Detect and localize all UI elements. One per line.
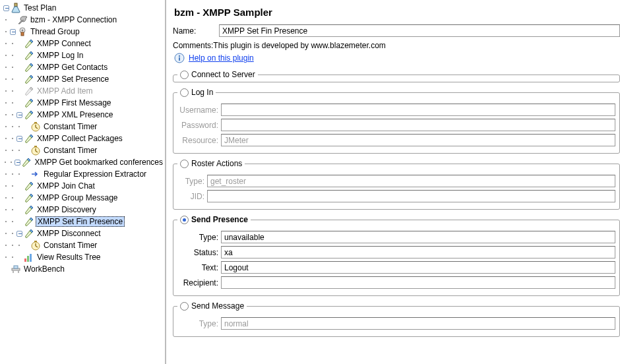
tree-panel: Test Plan bzm - XMPP Connection Thread G… bbox=[0, 0, 166, 364]
expand-toggle[interactable] bbox=[3, 2, 9, 14]
tree-label: Test Plan bbox=[22, 3, 58, 13]
legend-text: Roster Actions bbox=[191, 159, 242, 168]
tree-label: XMPP Connect bbox=[36, 38, 93, 49]
tree-node-test-plan[interactable]: Test Plan bbox=[3, 2, 165, 14]
tree-node-set-presence[interactable]: XMPP Set Presence bbox=[3, 73, 165, 85]
tree-node-add-item[interactable]: XMPP Add Item bbox=[3, 85, 165, 97]
message-type-label: Type: bbox=[177, 319, 221, 328]
dropper-icon bbox=[24, 38, 34, 49]
tree-node-view-results[interactable]: View Results Tree bbox=[3, 251, 165, 263]
tree-label: XMPP Get bookmarked conferences bbox=[33, 157, 165, 167]
arrow-icon bbox=[30, 169, 41, 179]
presence-text-label: Text: bbox=[177, 263, 221, 272]
tree-node-workbench[interactable]: WorkBench bbox=[3, 263, 165, 275]
roster-jid-label: JID: bbox=[177, 192, 207, 201]
name-input[interactable] bbox=[219, 24, 620, 37]
presence-recipient-label: Recipient: bbox=[177, 278, 221, 288]
tree-node-get-contacts[interactable]: XMPP Get Contacts bbox=[3, 61, 165, 73]
tree-label: XMPP First Message bbox=[36, 98, 113, 108]
workbench-icon bbox=[11, 264, 21, 274]
group-connect: Connect to Server bbox=[173, 70, 620, 82]
radio-presence[interactable]: Send Presence bbox=[180, 215, 248, 224]
tree-label: XMPP Log In bbox=[36, 50, 86, 61]
tree-label: View Results Tree bbox=[36, 252, 103, 262]
presence-type-label: Type: bbox=[177, 233, 221, 242]
expand-toggle[interactable] bbox=[16, 228, 22, 239]
expand-toggle[interactable] bbox=[16, 109, 22, 121]
tree-label: Constant Timer bbox=[42, 121, 99, 132]
roster-type-input[interactable] bbox=[207, 175, 615, 187]
tree-label: XMPP Join Chat bbox=[36, 181, 97, 191]
tree-node-xml-presence[interactable]: XMPP XML Presence bbox=[3, 109, 165, 121]
expand-toggle[interactable] bbox=[9, 26, 16, 38]
help-link[interactable]: Help on this plugin bbox=[189, 53, 254, 63]
tree-node-set-fin-presence[interactable]: XMPP Set Fin Presence bbox=[3, 216, 165, 228]
tree-label: Thread Group bbox=[29, 26, 82, 37]
tree-node-first-message[interactable]: XMPP First Message bbox=[3, 97, 165, 109]
tree-label: XMPP Group Message bbox=[36, 193, 120, 203]
dropper-icon bbox=[24, 98, 34, 108]
presence-text-input[interactable] bbox=[221, 261, 615, 274]
username-label: Username: bbox=[177, 106, 221, 115]
wrench-icon bbox=[17, 15, 28, 25]
resource-input[interactable] bbox=[221, 134, 615, 146]
roster-type-label: Type: bbox=[177, 177, 207, 186]
expand-toggle[interactable] bbox=[16, 133, 22, 144]
legend-text: Log In bbox=[191, 88, 213, 97]
tree-node-timer-2[interactable]: Constant Timer bbox=[3, 144, 165, 156]
comments-text: This plugin is developed by www.blazemet… bbox=[213, 41, 385, 50]
tree-node-login[interactable]: XMPP Log In bbox=[3, 49, 165, 61]
timer-icon bbox=[30, 121, 41, 132]
tree-node-collect-packages[interactable]: XMPP Collect Packages bbox=[3, 133, 165, 144]
editor-panel: bzm - XMPP Sampler Name: Comments: This … bbox=[166, 0, 620, 364]
spool-icon bbox=[17, 26, 28, 37]
presence-status-input[interactable] bbox=[221, 246, 615, 258]
name-label: Name: bbox=[173, 26, 219, 36]
password-input[interactable] bbox=[221, 119, 615, 131]
tree-label: Constant Timer bbox=[42, 145, 99, 156]
legend-text: Connect to Server bbox=[191, 70, 255, 79]
username-input[interactable] bbox=[221, 104, 615, 116]
dropper-icon bbox=[24, 216, 34, 227]
tree-node-thread-group[interactable]: Thread Group bbox=[3, 26, 165, 38]
tree-node-regex[interactable]: Regular Expression Extractor bbox=[3, 168, 165, 180]
dropper-icon bbox=[24, 204, 34, 215]
radio-connect[interactable]: Connect to Server bbox=[180, 70, 255, 79]
radio-message[interactable]: Send Message bbox=[180, 301, 244, 311]
tree-label: XMPP Collect Packages bbox=[36, 133, 125, 144]
resource-label: Resource: bbox=[177, 136, 221, 145]
group-message: Send Message Type: bbox=[173, 301, 620, 337]
tree-label: Regular Expression Extractor bbox=[42, 169, 148, 179]
comments-label: Comments: bbox=[173, 41, 213, 50]
tree-label: XMPP Add Item bbox=[36, 86, 95, 96]
dropper-icon bbox=[24, 193, 34, 203]
tree-node-timer-1[interactable]: Constant Timer bbox=[3, 121, 165, 133]
tree-label: WorkBench bbox=[22, 264, 67, 274]
tree-node-connect[interactable]: XMPP Connect bbox=[3, 38, 165, 49]
tree-node-group-message[interactable]: XMPP Group Message bbox=[3, 192, 165, 204]
timer-icon bbox=[30, 145, 41, 156]
expand-toggle[interactable] bbox=[15, 156, 20, 168]
tree-node-get-bookmarked[interactable]: XMPP Get bookmarked conferences bbox=[3, 156, 165, 168]
tree-label: bzm - XMPP Connection bbox=[29, 15, 119, 25]
tree-label: XMPP Disconnect bbox=[36, 228, 103, 239]
tree-node-join-chat[interactable]: XMPP Join Chat bbox=[3, 180, 165, 192]
dropper-icon bbox=[24, 74, 34, 84]
message-type-input[interactable] bbox=[221, 317, 615, 330]
presence-type-input[interactable] bbox=[221, 231, 615, 243]
tree-node-disconnect[interactable]: XMPP Disconnect bbox=[3, 228, 165, 239]
timer-icon bbox=[30, 240, 41, 251]
tree-node-discovery[interactable]: XMPP Discovery bbox=[3, 204, 165, 216]
dropper-icon bbox=[24, 133, 34, 144]
radio-roster[interactable]: Roster Actions bbox=[180, 159, 242, 168]
presence-recipient-input[interactable] bbox=[221, 276, 615, 289]
tree-label: XMPP Set Presence bbox=[36, 74, 111, 84]
radio-login[interactable]: Log In bbox=[180, 88, 213, 97]
tree-node-xmpp-connection[interactable]: bzm - XMPP Connection bbox=[3, 14, 165, 26]
tree-node-timer-3[interactable]: Constant Timer bbox=[3, 239, 165, 251]
dropper-icon bbox=[24, 181, 34, 191]
dropper-icon bbox=[24, 228, 34, 239]
tree-label: XMPP Discovery bbox=[36, 204, 98, 215]
dropper-icon bbox=[24, 86, 34, 96]
roster-jid-input[interactable] bbox=[207, 190, 615, 202]
